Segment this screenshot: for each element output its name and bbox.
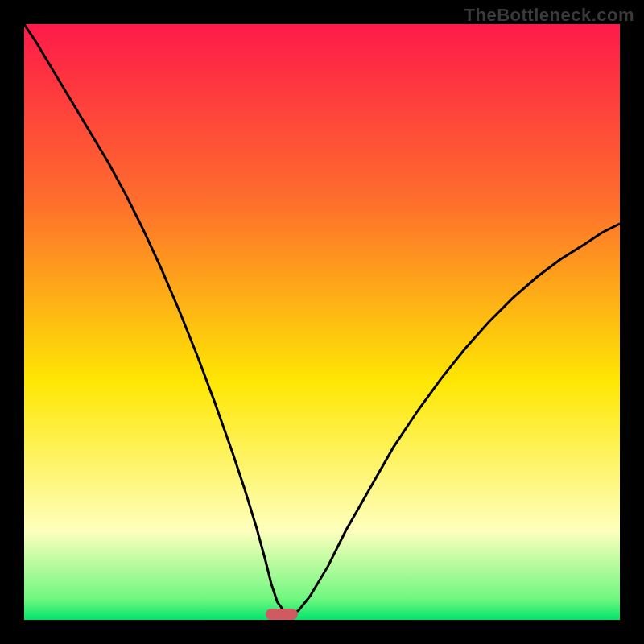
plot-svg: [24, 24, 620, 620]
minimum-marker: [266, 609, 299, 620]
plot-area: [24, 24, 620, 620]
chart-frame: TheBottleneck.com: [0, 0, 644, 644]
gradient-background: [24, 24, 620, 620]
watermark-text: TheBottleneck.com: [464, 5, 634, 26]
